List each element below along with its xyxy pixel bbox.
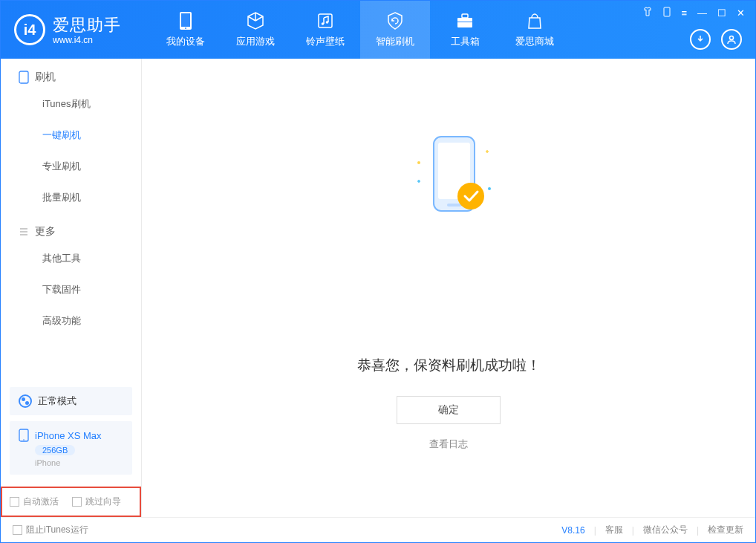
tab-ringtone[interactable]: 铃声壁纸 <box>290 1 360 59</box>
version-label: V8.16 <box>561 525 584 536</box>
menu-icon[interactable]: ≡ <box>681 7 687 19</box>
sidebar-item-firmware[interactable]: 下载固件 <box>1 274 141 305</box>
phone-icon <box>176 11 195 30</box>
svg-point-4 <box>322 22 325 25</box>
sidebar-item-advanced[interactable]: 高级功能 <box>1 305 141 336</box>
toolbox-icon <box>455 11 475 30</box>
main-tabs: 我的设备 应用游戏 铃声壁纸 智能刷机 工具箱 爱思商城 <box>151 1 570 59</box>
svg-point-15 <box>488 187 491 190</box>
app-header: i4 爱思助手 www.i4.cn 我的设备 应用游戏 铃声壁纸 智能刷机 工具… <box>1 1 755 59</box>
app-name: 爱思助手 <box>53 14 121 36</box>
bag-icon <box>525 11 544 30</box>
tab-smartflash[interactable]: 智能刷机 <box>360 1 430 59</box>
svg-point-2 <box>185 27 186 29</box>
download-button[interactable] <box>690 29 711 50</box>
sidebar-item-othertools[interactable]: 其他工具 <box>1 243 141 274</box>
footer: 阻止iTunes运行 V8.16 | 客服 | 微信公众号 | 检查更新 <box>1 517 755 542</box>
logo-icon: i4 <box>14 14 45 45</box>
tshirt-icon[interactable] <box>642 7 653 19</box>
checkbox-skip-guide[interactable]: 跳过向导 <box>72 495 121 508</box>
success-illustration <box>389 129 508 236</box>
svg-rect-1 <box>181 13 190 27</box>
svg-rect-9 <box>664 7 670 16</box>
sidebar-item-oneclick[interactable]: 一键刷机 <box>1 120 141 151</box>
svg-rect-7 <box>462 14 468 18</box>
sidebar-item-itunes[interactable]: iTunes刷机 <box>1 88 141 120</box>
device-card[interactable]: iPhone XS Max 256GB iPhone <box>10 421 132 475</box>
checkbox-auto-activate[interactable]: 自动激活 <box>10 495 59 508</box>
device-storage: 256GB <box>35 445 75 455</box>
svg-rect-11 <box>19 71 28 83</box>
phone-small-icon[interactable] <box>663 7 671 19</box>
sidebar-section-more: 更多 <box>1 213 141 243</box>
shield-refresh-icon <box>385 11 405 30</box>
svg-point-14 <box>417 161 420 164</box>
update-link[interactable]: 检查更新 <box>708 524 743 536</box>
flash-options-highlighted: 自动激活 跳过向导 <box>1 487 141 517</box>
svg-rect-3 <box>319 14 332 27</box>
minimize-icon[interactable]: — <box>697 7 707 19</box>
success-message: 恭喜您，保资料刷机成功啦！ <box>142 356 755 375</box>
svg-rect-18 <box>447 204 462 207</box>
maximize-icon[interactable]: ☐ <box>717 7 726 19</box>
svg-point-19 <box>457 183 484 209</box>
music-icon <box>316 11 335 30</box>
support-link[interactable]: 客服 <box>605 524 623 536</box>
sidebar-item-batch[interactable]: 批量刷机 <box>1 182 141 213</box>
tab-store[interactable]: 爱思商城 <box>500 1 570 59</box>
svg-point-10 <box>730 36 734 40</box>
tab-mydevice[interactable]: 我的设备 <box>151 1 221 59</box>
sidebar-item-pro[interactable]: 专业刷机 <box>1 151 141 182</box>
cube-icon <box>246 11 265 30</box>
list-icon <box>19 227 29 237</box>
close-icon[interactable]: ✕ <box>737 7 745 19</box>
svg-point-5 <box>326 21 329 24</box>
logo: i4 爱思助手 www.i4.cn <box>14 14 121 45</box>
phone-outline-icon <box>19 71 29 84</box>
checkbox-block-itunes[interactable]: 阻止iTunes运行 <box>13 524 88 536</box>
titlebar-controls: ≡ — ☐ ✕ <box>642 7 745 19</box>
svg-rect-6 <box>457 18 472 27</box>
tab-appgame[interactable]: 应用游戏 <box>221 1 290 59</box>
device-mode[interactable]: 正常模式 <box>10 387 132 415</box>
device-phone-icon <box>19 429 29 442</box>
main-content: 恭喜您，保资料刷机成功啦！ 确定 查看日志 <box>142 59 755 517</box>
svg-rect-8 <box>457 22 472 22</box>
app-url: www.i4.cn <box>53 35 121 45</box>
user-button[interactable] <box>721 29 742 50</box>
wechat-link[interactable]: 微信公众号 <box>643 524 688 536</box>
mode-icon <box>19 394 32 408</box>
sidebar-section-flash: 刷机 <box>1 59 141 88</box>
device-type: iPhone <box>35 458 123 467</box>
view-log-link[interactable]: 查看日志 <box>142 438 755 451</box>
ok-button[interactable]: 确定 <box>397 396 501 424</box>
device-info: 正常模式 iPhone XS Max 256GB iPhone <box>10 387 132 475</box>
svg-point-13 <box>23 439 25 440</box>
tab-toolbox[interactable]: 工具箱 <box>430 1 500 59</box>
sidebar: 刷机 iTunes刷机 一键刷机 专业刷机 批量刷机 更多 其他工具 下载固件 … <box>1 59 142 517</box>
header-right-buttons <box>690 29 742 50</box>
